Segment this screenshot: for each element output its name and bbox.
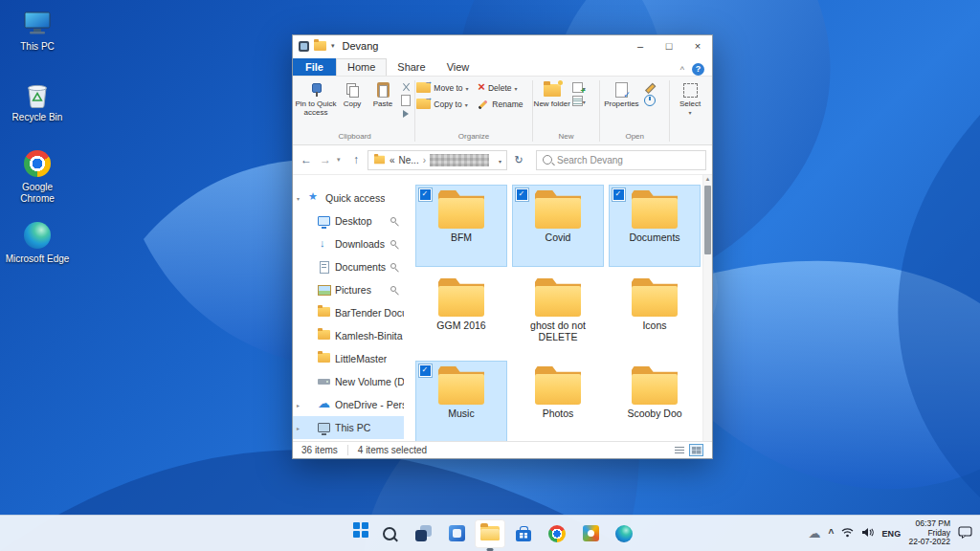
breadcrumb[interactable]: Ne... xyxy=(399,155,419,165)
folder-tile-bfm[interactable]: BFM xyxy=(415,185,507,267)
sidebar-item-bartender-docu[interactable]: BarTender Docu xyxy=(293,301,404,324)
desktop-icon-this-pc[interactable]: This PC xyxy=(4,8,71,53)
scrollbar-thumb[interactable] xyxy=(704,186,711,254)
select-icon xyxy=(683,83,698,98)
chevron-down-icon xyxy=(689,109,692,118)
desktop-icon-recycle-bin[interactable]: Recycle Bin xyxy=(4,78,71,123)
hidden-icons-chevron-icon[interactable]: ^ xyxy=(829,528,835,539)
pin-to-quick-access-button[interactable]: Pin to Quick access xyxy=(295,79,337,118)
folder-tile-ghost-do-not-delete[interactable]: ghost do not DELETE xyxy=(512,273,604,355)
tab-home[interactable]: Home xyxy=(336,58,387,76)
search-button[interactable] xyxy=(374,519,405,548)
task-view-button[interactable] xyxy=(408,519,438,548)
weather-cloud-icon[interactable]: ☁ xyxy=(809,527,821,540)
sidebar-item-documents[interactable]: Documents xyxy=(293,255,404,278)
quick-access-toolbar-folder-icon[interactable] xyxy=(314,41,326,51)
checkbox-checked-icon[interactable] xyxy=(516,188,528,201)
quick-access-toolbar-caret-icon[interactable]: ▾ xyxy=(331,42,335,50)
sidebar-item-new-volume-d[interactable]: New Volume (D xyxy=(293,370,404,393)
new-folder-button[interactable]: New folder xyxy=(533,79,571,109)
photos-icon xyxy=(583,525,599,541)
clock[interactable]: 06:37 PM Friday 22-07-2022 xyxy=(909,519,950,547)
vertical-scrollbar[interactable]: ▲ xyxy=(702,175,712,441)
up-button[interactable]: ↑ xyxy=(348,153,364,166)
copy-to-button[interactable]: Copy to xyxy=(415,96,475,112)
titlebar[interactable]: ▾ Devang – □ × xyxy=(293,35,712,56)
checkbox-checked-icon[interactable] xyxy=(419,364,432,377)
address-dropdown-caret-icon[interactable] xyxy=(499,155,501,165)
cut-button[interactable] xyxy=(399,81,412,93)
folder-tile-photos[interactable]: Photos xyxy=(512,361,604,441)
close-button[interactable]: × xyxy=(683,35,712,56)
sidebar-item-littlemaster[interactable]: LittleMaster xyxy=(293,347,404,370)
forward-button[interactable]: → xyxy=(318,153,333,166)
desktop-icon-microsoft-edge[interactable]: Microsoft Edge xyxy=(4,220,71,265)
tab-file[interactable]: File xyxy=(293,58,336,76)
folder-tile-covid[interactable]: Covid xyxy=(512,185,604,267)
paste-shortcut-button[interactable] xyxy=(399,108,412,120)
sidebar-item-quick-access[interactable]: ▾ Quick access xyxy=(293,187,404,209)
chevron-collapsed-icon[interactable]: ▸ xyxy=(297,402,300,408)
history-button[interactable] xyxy=(643,95,657,106)
start-button[interactable] xyxy=(341,519,371,548)
search-icon xyxy=(543,155,552,165)
microsoft-store-button[interactable] xyxy=(508,519,539,548)
back-button[interactable]: ← xyxy=(299,153,314,166)
copy-button[interactable]: Copy xyxy=(337,79,368,109)
tab-share[interactable]: Share xyxy=(387,59,435,76)
refresh-button[interactable]: ↻ xyxy=(511,154,526,166)
window-title: Devang xyxy=(343,40,379,52)
folder-tile-ggm-2016[interactable]: GGM 2016 xyxy=(415,273,507,355)
folder-tile-documents[interactable]: Documents xyxy=(609,185,701,267)
edge-button[interactable] xyxy=(609,519,639,548)
copy-path-button[interactable] xyxy=(399,95,412,106)
chevron-expanded-icon[interactable]: ▾ xyxy=(297,195,300,202)
checkbox-checked-icon[interactable] xyxy=(612,188,625,201)
rename-button[interactable]: Rename xyxy=(477,96,530,112)
help-icon[interactable]: ? xyxy=(692,63,704,76)
search-box[interactable]: Search Devang xyxy=(536,150,706,170)
folder-icon xyxy=(318,353,330,363)
sidebar-item-pictures[interactable]: Pictures xyxy=(293,278,404,301)
tab-view[interactable]: View xyxy=(436,59,480,76)
new-item-button[interactable] xyxy=(572,81,586,93)
folder-tile-icons[interactable]: Icons xyxy=(609,273,701,355)
properties-button[interactable]: Properties xyxy=(600,79,642,109)
sidebar-item-label: Downloads xyxy=(335,238,385,250)
file-explorer-button[interactable] xyxy=(475,519,505,548)
widgets-button[interactable] xyxy=(441,519,472,548)
recent-locations-caret-icon[interactable]: ▾ xyxy=(337,156,345,164)
folder-tile-scooby-doo[interactable]: Scooby Doo xyxy=(609,361,701,441)
volume-icon[interactable] xyxy=(861,527,874,540)
copy-icon xyxy=(346,83,358,97)
paste-button[interactable]: Paste xyxy=(368,79,398,109)
edit-button[interactable] xyxy=(643,81,657,93)
thumbnail-view-button[interactable] xyxy=(689,444,703,456)
details-view-button[interactable] xyxy=(672,444,686,456)
notifications-icon[interactable] xyxy=(958,526,972,540)
easy-access-button[interactable] xyxy=(572,95,586,106)
folder-tile-music[interactable]: Music xyxy=(415,361,507,441)
navigation-pane: ▾ Quick access Desktop Downloads Documen… xyxy=(293,175,404,441)
collapse-ribbon-icon[interactable]: ^ xyxy=(680,65,684,75)
scroll-up-icon[interactable]: ▲ xyxy=(704,176,711,182)
sidebar-item-downloads[interactable]: Downloads xyxy=(293,232,404,255)
sidebar-item-kamlesh-binita[interactable]: Kamlesh-Binita xyxy=(293,324,404,347)
checkbox-checked-icon[interactable] xyxy=(419,188,432,201)
desktop-icon-google-chrome[interactable]: Google Chrome xyxy=(4,148,71,204)
language-indicator[interactable]: ENG xyxy=(881,529,901,539)
photos-button[interactable] xyxy=(575,519,606,548)
maximize-button[interactable]: □ xyxy=(655,35,683,56)
chrome-button[interactable] xyxy=(542,519,572,548)
wifi-icon[interactable] xyxy=(841,527,854,540)
select-button[interactable]: Select xyxy=(670,79,710,118)
breadcrumb-overflow[interactable]: « xyxy=(390,155,395,165)
sidebar-item-this-pc[interactable]: ▸ This PC xyxy=(293,416,404,439)
sidebar-item-onedrive[interactable]: ▸ OneDrive - Perso xyxy=(293,393,404,416)
address-bar[interactable]: « Ne... › xyxy=(368,150,507,170)
delete-button[interactable]: Delete xyxy=(477,79,530,96)
button-label: Select xyxy=(679,100,701,109)
chevron-collapsed-icon[interactable]: ▸ xyxy=(297,425,300,431)
sidebar-item-desktop[interactable]: Desktop xyxy=(293,209,404,232)
minimize-button[interactable]: – xyxy=(626,35,655,56)
